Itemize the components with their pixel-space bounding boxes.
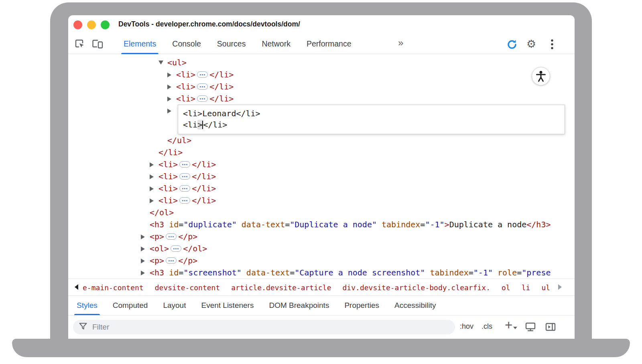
expand-arrow-icon[interactable] <box>150 174 154 179</box>
accessibility-person-icon[interactable] <box>532 67 550 85</box>
expand-arrow-icon[interactable] <box>150 182 158 194</box>
tab-sources[interactable]: Sources <box>209 34 254 54</box>
expand-arrow-icon[interactable] <box>167 73 171 77</box>
inline-expand-button[interactable] <box>179 173 190 180</box>
filter-input[interactable]: Filter <box>73 320 455 334</box>
expand-arrow-icon[interactable] <box>141 255 150 267</box>
inline-expand-button[interactable] <box>179 185 190 192</box>
breadcrumb-item[interactable]: div.devsite-article-body.clearfix. <box>343 283 490 292</box>
sidebar-tab-accessibility[interactable]: Accessibility <box>387 296 443 315</box>
dom-tree-row[interactable]: </li> <box>68 146 575 158</box>
edit-as-html-box[interactable]: <li>Leonard</li><li></li> <box>178 105 565 134</box>
code-token <box>237 220 242 229</box>
inline-expand-button[interactable] <box>179 161 190 168</box>
code-token: tabindex <box>382 220 420 229</box>
expand-arrow-icon[interactable] <box>141 231 150 243</box>
tab-network[interactable]: Network <box>254 34 299 54</box>
expand-arrow-icon[interactable] <box>150 194 158 206</box>
inline-expand-button[interactable] <box>197 71 208 78</box>
toggle-element-state-button[interactable]: :hov <box>460 322 473 331</box>
dom-tree-row[interactable]: <h3 id="screenshot" data-text="Capture a… <box>68 267 575 279</box>
sidebar-tab-layout[interactable]: Layout <box>155 296 193 315</box>
collapse-arrow-icon[interactable] <box>158 61 163 65</box>
expand-arrow-icon[interactable] <box>167 105 176 117</box>
breadcrumb-scroll-left-icon[interactable] <box>75 284 78 290</box>
breadcrumb-item[interactable]: li <box>522 283 530 292</box>
inline-expand-button[interactable] <box>179 197 190 204</box>
edit-line-2: <li></li> <box>183 119 560 130</box>
dom-tree-row[interactable]: </ul> <box>68 134 575 146</box>
expand-arrow-icon[interactable] <box>141 247 145 251</box>
expand-arrow-icon[interactable] <box>141 259 145 263</box>
breadcrumb-item[interactable]: ul <box>541 283 550 292</box>
sidebar-tab-dom-breakpoints[interactable]: DOM Breakpoints <box>261 296 337 315</box>
code-token: </li> <box>158 148 183 157</box>
expand-arrow-icon[interactable] <box>158 57 167 69</box>
expand-arrow-icon[interactable] <box>167 97 171 101</box>
breadcrumb-item[interactable]: article.devsite-article <box>231 283 331 292</box>
code-token: <p> <box>150 256 164 265</box>
inline-expand-button[interactable] <box>197 95 208 102</box>
zoom-window-button[interactable] <box>101 20 110 29</box>
breadcrumb-item[interactable]: e-main-content <box>83 283 144 292</box>
inline-expand-button[interactable] <box>171 245 181 252</box>
dom-tree-row[interactable]: <li></li> <box>68 81 575 93</box>
expand-arrow-icon[interactable] <box>141 235 145 239</box>
expand-arrow-icon[interactable] <box>150 158 158 170</box>
breadcrumb-item[interactable]: ol <box>502 283 510 292</box>
code-token: > <box>445 220 449 229</box>
inline-expand-button[interactable] <box>166 233 177 240</box>
more-tabs-button[interactable]: » <box>398 37 403 49</box>
inline-expand-button[interactable] <box>166 257 177 264</box>
element-classes-button[interactable]: .cls <box>482 322 492 331</box>
dom-tree-row[interactable]: <p></p> <box>68 231 575 243</box>
close-window-button[interactable] <box>73 20 82 29</box>
dom-tree-row[interactable]: <p></p> <box>68 255 575 267</box>
extension-icon[interactable] <box>506 38 518 53</box>
tab-elements[interactable]: Elements <box>116 34 164 54</box>
device-toolbar-icon[interactable] <box>91 39 104 51</box>
expand-arrow-icon[interactable] <box>141 243 150 255</box>
dom-tree-row[interactable]: <li></li> <box>68 182 575 194</box>
dom-tree-row[interactable]: <li></li> <box>68 194 575 206</box>
dom-tree-row[interactable]: <h3 id="duplicate" data-text="Duplicate … <box>68 218 575 231</box>
tab-console[interactable]: Console <box>164 34 209 54</box>
dom-tree-row[interactable]: <ol></ol> <box>68 243 575 255</box>
inline-expand-button[interactable] <box>197 83 208 90</box>
dom-tree-row[interactable]: <ul> <box>68 57 575 69</box>
expand-arrow-icon[interactable] <box>150 186 154 191</box>
expand-arrow-icon[interactable] <box>167 81 176 93</box>
expand-arrow-icon[interactable] <box>167 93 176 105</box>
dom-tree-row[interactable]: </ol> <box>68 206 575 218</box>
inspect-icon[interactable] <box>74 38 86 52</box>
sidebar-tab-styles[interactable]: Styles <box>69 296 105 315</box>
code-token: role <box>498 268 517 277</box>
expand-arrow-icon[interactable] <box>167 69 176 81</box>
breadcrumb-scroll-right-icon[interactable] <box>558 284 562 290</box>
tab-performance[interactable]: Performance <box>299 34 360 54</box>
expand-arrow-icon[interactable] <box>150 198 154 203</box>
expand-arrow-icon[interactable] <box>150 162 154 167</box>
sidebar-tab-event-listeners[interactable]: Event Listeners <box>193 296 261 315</box>
dom-tree-row[interactable]: <li></li> <box>68 93 575 105</box>
expand-arrow-icon[interactable] <box>141 271 145 275</box>
expand-arrow-icon[interactable] <box>141 267 150 279</box>
expand-arrow-icon[interactable] <box>167 85 171 89</box>
rendering-emulation-icon[interactable] <box>525 322 536 334</box>
expand-arrow-icon[interactable] <box>150 170 158 182</box>
dom-tree-row[interactable]: <li></li> <box>68 158 575 170</box>
expand-arrow-icon[interactable] <box>167 109 171 113</box>
sidebar-tab-computed[interactable]: Computed <box>105 296 156 315</box>
code-token: = <box>179 220 183 229</box>
dom-tree-row[interactable]: <li></li> <box>68 170 575 182</box>
dom-tree-row[interactable]: <li>Leonard</li><li></li> <box>68 105 575 134</box>
kebab-menu-icon[interactable] <box>551 39 554 51</box>
sidebar-tab-properties[interactable]: Properties <box>337 296 387 315</box>
code-token: <li> <box>176 70 195 79</box>
dom-tree-row[interactable]: <li></li> <box>68 69 575 81</box>
settings-gear-icon[interactable]: ⚙ <box>526 37 536 51</box>
sidebar-toggle-icon[interactable] <box>545 322 556 334</box>
minimize-window-button[interactable] <box>87 20 96 29</box>
new-style-rule-button[interactable]: + <box>505 317 512 333</box>
breadcrumb-item[interactable]: devsite-content <box>155 283 220 292</box>
